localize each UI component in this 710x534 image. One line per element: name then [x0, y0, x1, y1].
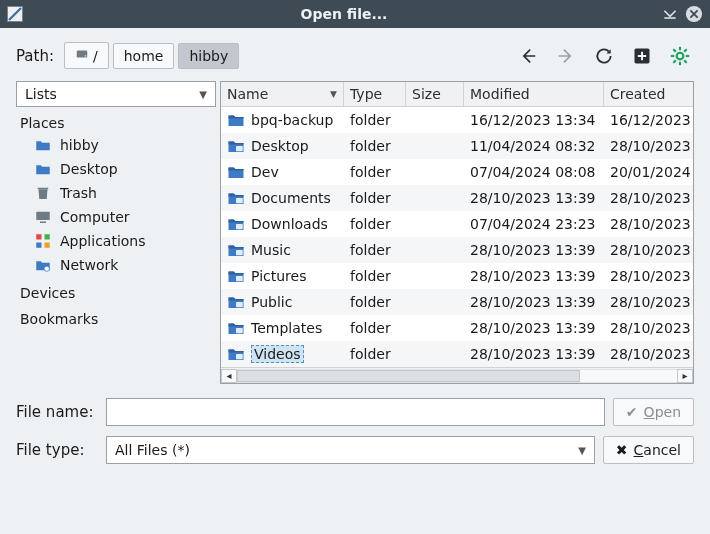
toolbar: [518, 46, 694, 66]
file-type: folder: [344, 138, 406, 154]
file-name: Music: [251, 242, 291, 258]
minimize-button[interactable]: [660, 4, 680, 24]
file-type: folder: [344, 294, 406, 310]
file-name: Downloads: [251, 216, 328, 232]
breadcrumb-root[interactable]: /: [64, 42, 109, 69]
file-type: folder: [344, 112, 406, 128]
svg-rect-27: [236, 276, 243, 281]
back-button[interactable]: [518, 46, 538, 66]
open-button[interactable]: ✔ Open: [613, 398, 694, 426]
trash-icon: [34, 184, 52, 202]
breadcrumb-hibby[interactable]: hibby: [178, 43, 239, 69]
table-row[interactable]: Documentsfolder28/10/2023 13:3928/10/202…: [221, 185, 693, 211]
network-icon: [34, 256, 52, 274]
sidebar-item-trash[interactable]: Trash: [18, 181, 214, 205]
table-row[interactable]: Musicfolder28/10/2023 13:3928/10/2023: [221, 237, 693, 263]
table-body: bpq-backupfolder16/12/2023 13:3416/12/20…: [221, 107, 693, 367]
breadcrumb-home[interactable]: home: [113, 43, 175, 69]
column-modified[interactable]: Modified: [464, 82, 604, 106]
sidebar-item-label: Desktop: [60, 161, 118, 177]
forward-button[interactable]: [556, 46, 576, 66]
svg-rect-18: [36, 234, 41, 239]
svg-rect-21: [45, 243, 50, 248]
file-name: Public: [251, 294, 292, 310]
sidebar-item-desktop[interactable]: Desktop: [18, 157, 214, 181]
chevron-down-icon: ▼: [578, 445, 586, 456]
svg-line-13: [673, 60, 676, 62]
sidebar-item-label: Computer: [60, 209, 130, 225]
svg-rect-17: [40, 222, 46, 224]
file-type: folder: [344, 164, 406, 180]
scroll-track[interactable]: [237, 369, 677, 383]
folder-home-icon: [34, 136, 52, 154]
sort-indicator-icon: ▼: [330, 89, 337, 99]
column-name[interactable]: Name▼: [221, 82, 344, 106]
file-modified: 28/10/2023 13:39: [464, 346, 604, 362]
table-row[interactable]: Downloadsfolder07/04/2024 23:2328/10/202…: [221, 211, 693, 237]
folder-icon: [227, 242, 245, 258]
scroll-left-icon[interactable]: ◂: [221, 369, 237, 383]
column-size[interactable]: Size: [406, 82, 464, 106]
table-row[interactable]: Desktopfolder11/04/2024 08:3228/10/2023: [221, 133, 693, 159]
cancel-button[interactable]: ✖ Cancel: [603, 436, 694, 464]
sidebar-item-label: Network: [60, 257, 118, 273]
svg-line-14: [684, 49, 687, 52]
file-type: folder: [344, 242, 406, 258]
folder-icon: [227, 294, 245, 310]
folder-icon: [34, 160, 52, 178]
path-row: Path: /homehibby: [16, 42, 694, 69]
file-name: Desktop: [251, 138, 309, 154]
horizontal-scrollbar[interactable]: ◂ ▸: [221, 367, 693, 383]
column-created[interactable]: Created: [604, 82, 690, 106]
table-header: Name▼ Type Size Modified Created: [221, 82, 693, 107]
sidebar-item-label: hibby: [60, 137, 99, 153]
folder-icon: [227, 112, 245, 128]
file-modified: 28/10/2023 13:39: [464, 294, 604, 310]
file-name: Templates: [251, 320, 322, 336]
computer-icon: [34, 208, 52, 226]
scroll-right-icon[interactable]: ▸: [677, 369, 693, 383]
file-created: 28/10/2023: [604, 138, 690, 154]
file-modified: 11/04/2024 08:32: [464, 138, 604, 154]
scroll-thumb[interactable]: [237, 370, 580, 382]
close-button[interactable]: [684, 4, 704, 24]
table-row[interactable]: Devfolder07/04/2024 08:0820/01/2024: [221, 159, 693, 185]
svg-point-4: [85, 55, 87, 57]
sidebar-mode-label: Lists: [25, 86, 57, 102]
main-row: Lists ▼ PlaceshibbyDesktopTrashComputerA…: [16, 81, 694, 384]
sidebar-section-places: Places: [18, 113, 214, 133]
table-row[interactable]: Publicfolder28/10/2023 13:3928/10/2023: [221, 289, 693, 315]
sidebar-mode-select[interactable]: Lists ▼: [16, 81, 216, 107]
filetype-select[interactable]: All Files (*) ▼: [106, 436, 595, 464]
folder-icon: [227, 320, 245, 336]
column-type[interactable]: Type: [344, 82, 406, 106]
table-row[interactable]: Picturesfolder28/10/2023 13:3928/10/2023: [221, 263, 693, 289]
svg-rect-26: [236, 250, 243, 255]
table-row[interactable]: Templatesfolder28/10/2023 13:3928/10/202…: [221, 315, 693, 341]
file-created: 20/01/2024: [604, 164, 690, 180]
file-modified: 07/04/2024 23:23: [464, 216, 604, 232]
filename-label: File name:: [16, 403, 98, 421]
file-name: Dev: [251, 164, 279, 180]
sidebar-item-computer[interactable]: Computer: [18, 205, 214, 229]
folder-icon: [227, 190, 245, 206]
new-folder-button[interactable]: [632, 46, 652, 66]
close-icon: ✖: [616, 442, 628, 458]
folder-icon: [227, 216, 245, 232]
table-row[interactable]: bpq-backupfolder16/12/2023 13:3416/12/20…: [221, 107, 693, 133]
refresh-button[interactable]: [594, 46, 614, 66]
file-created: 28/10/2023: [604, 242, 690, 258]
file-modified: 28/10/2023 13:39: [464, 242, 604, 258]
sidebar-item-applications[interactable]: Applications: [18, 229, 214, 253]
sidebar-item-hibby[interactable]: hibby: [18, 133, 214, 157]
file-name: Videos: [251, 345, 304, 363]
filename-input[interactable]: [106, 398, 605, 426]
sidebar-item-label: Trash: [60, 185, 97, 201]
breadcrumb: /homehibby: [64, 42, 239, 69]
file-name: Documents: [251, 190, 331, 206]
folder-icon: [227, 138, 245, 154]
sidebar-item-network[interactable]: Network: [18, 253, 214, 277]
table-row[interactable]: Videosfolder28/10/2023 13:3928/10/2023: [221, 341, 693, 367]
file-created: 28/10/2023: [604, 346, 690, 362]
settings-gear-icon[interactable]: [670, 46, 690, 66]
